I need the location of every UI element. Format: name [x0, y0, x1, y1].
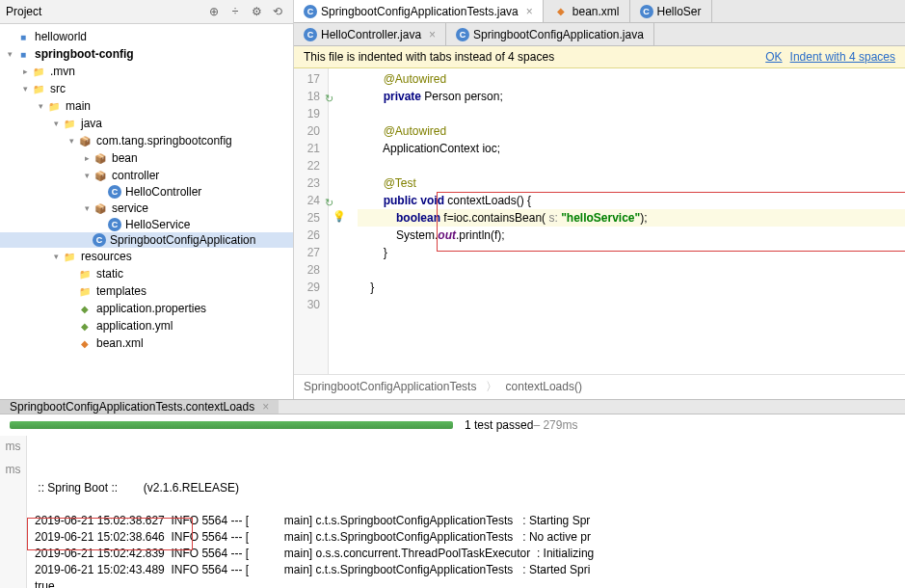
- code-line[interactable]: }: [358, 279, 905, 296]
- line-number: 29: [298, 279, 320, 296]
- line-number: 19: [298, 105, 320, 122]
- tree-arrow-icon[interactable]: ▾: [81, 171, 93, 180]
- class-icon: C: [304, 28, 317, 41]
- locate-icon[interactable]: ⊕: [204, 2, 224, 21]
- tree-arrow-icon[interactable]: ▾: [35, 101, 46, 111]
- editor-tab[interactable]: CSpringbootConfigApplication.java: [446, 23, 654, 45]
- bulb-icon[interactable]: 💡: [333, 210, 346, 222]
- tree-item[interactable]: 📁templates: [0, 282, 293, 300]
- console-output[interactable]: :: Spring Boot :: (v2.1.6.RELEASE)2019-0…: [27, 436, 905, 588]
- tree-arrow-icon[interactable]: ▾: [19, 84, 31, 94]
- code-line[interactable]: [358, 157, 905, 174]
- close-icon[interactable]: ×: [262, 400, 269, 414]
- tree-item[interactable]: CSpringbootConfigApplication: [0, 232, 293, 248]
- tree-item[interactable]: CHelloController: [0, 184, 293, 200]
- console-line: 2019-06-21 15:02:43.489 INFO 5564 --- [ …: [35, 562, 897, 578]
- tree-arrow-icon[interactable]: ▾: [50, 252, 62, 261]
- tree-arrow-icon[interactable]: ▾: [66, 136, 77, 146]
- tree-item[interactable]: 📁static: [0, 265, 293, 282]
- tree-item[interactable]: ◆application.properties: [0, 300, 293, 317]
- sidebar-header: Project ⊕ ÷ ⚙ ⟲: [0, 0, 293, 24]
- class-icon: C: [108, 185, 121, 199]
- gutter-icon-cell: [329, 120, 350, 138]
- folder-icon: 📁: [31, 64, 46, 79]
- breadcrumb[interactable]: SpringbootConfigApplicationTests 〉 conte…: [294, 374, 905, 399]
- tree-item[interactable]: ▾📁src: [0, 80, 293, 97]
- line-number: 18↻: [298, 88, 320, 105]
- code-editor[interactable]: 1718↻192021222324↻252627282930 💡 @Autowi…: [294, 68, 905, 374]
- tree-item[interactable]: ▸📦bean: [0, 149, 293, 167]
- tree-item[interactable]: ◆application.yml: [0, 317, 293, 334]
- tree-arrow-icon[interactable]: ▾: [81, 203, 93, 213]
- tree-item[interactable]: ▾■springboot-config: [0, 45, 293, 63]
- tree-item[interactable]: ▾📁java: [0, 115, 293, 132]
- tree-item[interactable]: ▾📦service: [0, 200, 293, 217]
- gutter-icon-cell: [329, 242, 350, 259]
- sidebar-title: Project: [6, 5, 202, 18]
- editor-tab[interactable]: ◆bean.xml: [544, 0, 630, 22]
- override-icon[interactable]: ↻: [325, 194, 333, 211]
- editor-tab[interactable]: CHelloSer: [630, 0, 712, 22]
- tree-arrow-icon[interactable]: ▾: [50, 119, 62, 128]
- code-line[interactable]: @Test: [358, 174, 905, 192]
- tree-label: templates: [96, 284, 146, 298]
- tree-item[interactable]: ▾📁main: [0, 97, 293, 115]
- console-line: 2019-06-21 15:02:42.839 INFO 5564 --- [ …: [35, 546, 897, 562]
- console-line: 2019-06-21 15:02:38.627 INFO 5564 --- [ …: [35, 513, 897, 529]
- tree-label: springboot-config: [35, 47, 134, 61]
- code-body[interactable]: @Autowired private Person person; @Autow…: [350, 68, 905, 374]
- code-line[interactable]: System.out.println(f);: [358, 227, 905, 244]
- tree-arrow-icon[interactable]: ▾: [4, 49, 15, 59]
- code-line[interactable]: @Autowired: [358, 122, 905, 140]
- close-icon[interactable]: ×: [429, 28, 436, 41]
- folder-icon: 📁: [77, 283, 93, 299]
- code-line[interactable]: [358, 105, 905, 122]
- code-line[interactable]: }: [358, 244, 905, 261]
- tree-item[interactable]: ▾📁resources: [0, 248, 293, 265]
- tree-label: com.tang.springbootconfig: [96, 134, 232, 147]
- tree-item[interactable]: ▾📦com.tang.springbootconfig: [0, 132, 293, 149]
- code-line[interactable]: ApplicationContext ioc;: [358, 140, 905, 157]
- editor-tabs-row-1: CSpringbootConfigApplicationTests.java×◆…: [294, 0, 905, 23]
- info-ok-link[interactable]: OK: [765, 50, 782, 64]
- project-sidebar: Project ⊕ ÷ ⚙ ⟲ ■helloworld▾■springboot-…: [0, 0, 294, 399]
- tree-label: application.yml: [96, 319, 173, 333]
- editor-tab[interactable]: CHelloController.java×: [294, 23, 446, 45]
- gear-icon[interactable]: ⚙: [247, 2, 266, 21]
- console-line: [35, 496, 897, 513]
- tree-item[interactable]: ◆bean.xml: [0, 334, 293, 352]
- project-tree[interactable]: ■helloworld▾■springboot-config▸📁.mvn▾📁sr…: [0, 24, 293, 399]
- code-line[interactable]: boolean f=ioc.containsBean( s: "helloSer…: [358, 209, 905, 227]
- info-indent-link[interactable]: Indent with 4 spaces: [790, 50, 895, 64]
- code-line[interactable]: [358, 261, 905, 279]
- tree-item[interactable]: ▾📦controller: [0, 167, 293, 184]
- code-line[interactable]: @Autowired: [358, 70, 905, 88]
- class-icon: C: [304, 5, 317, 18]
- tree-label: controller: [112, 169, 159, 182]
- breadcrumb-method[interactable]: contextLoads(): [506, 380, 582, 393]
- line-number: 26: [298, 227, 320, 244]
- breadcrumb-class[interactable]: SpringbootConfigApplicationTests: [304, 380, 476, 393]
- code-line[interactable]: public void contextLoads() {: [358, 192, 905, 209]
- refresh-icon[interactable]: ⟲: [268, 2, 287, 21]
- console: ms ms :: Spring Boot :: (v2.1.6.RELEASE)…: [0, 436, 905, 588]
- gutter-icon-cell: [329, 173, 350, 190]
- editor-tab[interactable]: CSpringbootConfigApplicationTests.java×: [294, 0, 544, 22]
- tree-arrow-icon[interactable]: ▸: [19, 67, 31, 76]
- code-line[interactable]: [358, 296, 905, 313]
- close-icon[interactable]: ×: [526, 5, 533, 18]
- xml-icon: ◆: [553, 4, 569, 19]
- proj-icon: ■: [15, 29, 31, 44]
- tree-item[interactable]: ▸📁.mvn: [0, 63, 293, 80]
- tree-item[interactable]: ■helloworld: [0, 28, 293, 45]
- override-icon[interactable]: ↻: [325, 90, 333, 107]
- code-line[interactable]: private Person person;: [358, 88, 905, 105]
- run-tab[interactable]: SpringbootConfigApplicationTests.context…: [0, 400, 279, 414]
- proj-icon: ■: [15, 46, 31, 62]
- console-gutter-label: ms: [6, 463, 21, 476]
- tree-arrow-icon[interactable]: ▸: [81, 153, 93, 163]
- collapse-icon[interactable]: ÷: [226, 2, 245, 21]
- tree-item[interactable]: CHelloService: [0, 217, 293, 232]
- tree-label: bean: [112, 151, 138, 165]
- line-number: 23: [298, 174, 320, 192]
